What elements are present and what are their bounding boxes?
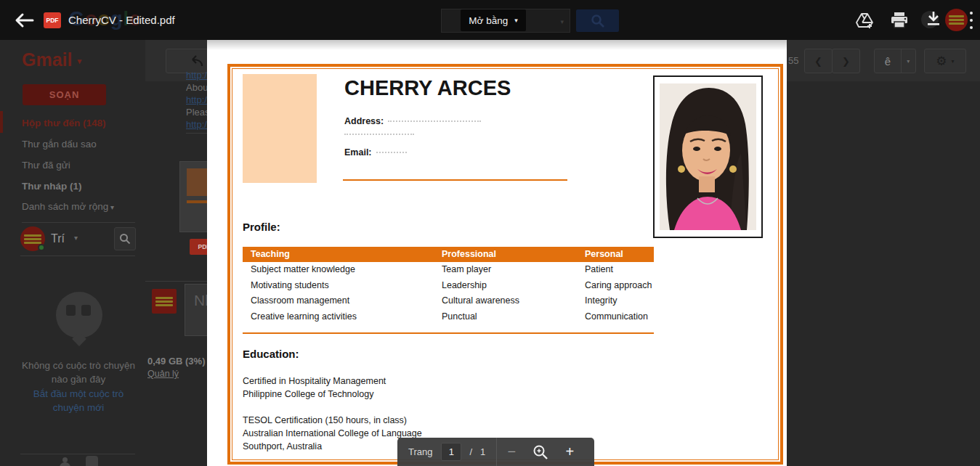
sidebar-item-more[interactable]: Danh sách mở rộng ▾ <box>22 201 142 212</box>
contacts-icon[interactable] <box>60 457 71 466</box>
cv-education-line: TESOL Certification (150 hours, in class… <box>243 414 422 427</box>
search-icon <box>119 233 131 245</box>
table-header: Teaching <box>243 247 434 262</box>
file-title: CherryCV - Edited.pdf <box>68 14 175 26</box>
chat-search-button[interactable] <box>114 227 136 250</box>
email-divider <box>186 133 207 134</box>
avatar[interactable] <box>945 9 968 31</box>
chevron-down-icon: ▾ <box>108 203 114 211</box>
zoom-in-button[interactable]: + <box>555 438 584 466</box>
sidebar-item-starred[interactable]: Thư gắn dấu sao <box>22 139 142 150</box>
email-link[interactable]: http:/ <box>186 70 207 81</box>
cv-education-heading: Education: <box>243 348 299 360</box>
table-cell: Patient <box>577 262 654 278</box>
cv-email-row: Email: <box>344 147 407 158</box>
avatar <box>152 289 177 314</box>
page-separator: / <box>469 446 472 457</box>
chat-divider <box>20 256 135 256</box>
compose-button[interactable]: SOẠN <box>23 84 106 105</box>
settings-button[interactable]: ⚙ ▾ <box>924 49 966 73</box>
cv-education-block1: Certified in Hospitality Management Phil… <box>243 375 386 401</box>
print-button[interactable] <box>890 11 909 30</box>
storage-usage: 0,49 GB (3%) tro <box>147 356 207 367</box>
more-options-button[interactable] <box>969 12 973 29</box>
download-icon <box>926 10 941 28</box>
cv-profile-heading: Profile: <box>243 221 280 233</box>
chevron-down-icon: ▾ <box>514 17 518 24</box>
back-arrow-icon <box>13 9 35 31</box>
chat-start-link[interactable]: Bắt đầu một cuộc trò <box>6 388 151 399</box>
table-cell: Creative learning activities <box>243 309 434 325</box>
redacted-text <box>388 120 481 122</box>
chevron-down-icon: ▾ <box>901 49 915 73</box>
sidebar-item-inbox[interactable]: Hộp thư đến (148) <box>22 118 142 128</box>
chat-empty-text: Không có cuộc trò chuyện <box>6 360 151 371</box>
redacted-text <box>344 134 414 135</box>
chat-empty-text: nào gần đây <box>6 374 151 385</box>
chevron-down-icon: ▾ <box>952 58 955 65</box>
table-header: Personal <box>577 247 654 262</box>
zoom-out-button[interactable]: − <box>497 438 526 466</box>
table-cell: Motivating students <box>243 278 434 294</box>
page-number-input[interactable]: 1 <box>441 443 461 461</box>
newer-button[interactable]: ❯ <box>832 49 860 73</box>
gear-icon: ⚙ <box>936 54 947 69</box>
storage-manage-link[interactable]: Quản lý <box>147 369 179 379</box>
zoom-magnifier-icon <box>532 444 548 460</box>
table-cell: Team player <box>434 262 577 278</box>
cv-peach-block <box>243 74 317 183</box>
presence-dot <box>38 244 45 251</box>
chevron-down-icon[interactable]: ▾ <box>74 234 78 242</box>
chevron-left-icon: ❮ <box>814 56 822 67</box>
email-text: Abou <box>186 82 207 93</box>
input-tools-button[interactable]: ê ▾ <box>874 49 916 73</box>
page-label: Trang <box>408 446 432 457</box>
table-cell: Leadership <box>434 278 577 294</box>
download-button[interactable] <box>924 9 943 28</box>
reply-divider <box>145 281 207 282</box>
gmail-logo: Gmail ▾ <box>22 49 81 70</box>
cv-address-row: Address: <box>344 116 481 126</box>
open-with-button[interactable]: Mở bằng▾ <box>461 9 526 31</box>
search-button-ghost[interactable] <box>576 9 619 32</box>
cv-education-line: Philippine College of Technology <box>243 388 386 401</box>
printer-icon <box>890 12 909 29</box>
cv-education-line: Australian International College of Lang… <box>243 427 422 440</box>
back-button[interactable] <box>13 9 35 31</box>
cv-profile-table: Teaching Professional Personal Subject m… <box>243 247 654 324</box>
chat-start-link[interactable]: chuyện mới <box>6 402 151 413</box>
viewer-page-toolbar: Trang 1 / 1 − + <box>397 438 594 466</box>
email-link[interactable]: http:/ <box>186 119 207 130</box>
zoom-button[interactable] <box>526 438 555 466</box>
table-cell: Cultural awareness <box>434 293 577 309</box>
table-cell: Punctual <box>434 309 577 325</box>
chevron-right-icon: ❯ <box>842 56 850 67</box>
result-count: 55 <box>788 55 798 66</box>
cv-section-divider <box>243 332 654 334</box>
cv-education-block2: TESOL Certification (150 hours, in class… <box>243 414 422 453</box>
email-text: Pleas <box>186 107 207 118</box>
email-link[interactable]: http:/ <box>186 94 207 105</box>
input-tools-label: ê <box>875 49 901 73</box>
table-header: Professional <box>434 247 577 262</box>
cv-contact-underline <box>343 179 567 181</box>
reply-icon <box>187 54 203 68</box>
phone-icon[interactable] <box>86 456 98 466</box>
sidebar-item-sent[interactable]: Thư đã gửi <box>22 160 142 171</box>
sidebar-item-drafts[interactable]: Thư nháp (1) <box>22 181 142 192</box>
table-cell: Classroom management <box>243 293 434 309</box>
viewer-topbar: Google PDF CherryCV - Edited.pdf ▾ Mở bằ… <box>0 0 980 40</box>
sidebar-divider <box>22 222 135 223</box>
chat-user-name[interactable]: Trí <box>51 232 65 245</box>
add-to-drive-button[interactable] <box>855 11 874 30</box>
older-button[interactable]: ❮ <box>804 49 833 73</box>
chevron-down-icon: ▾ <box>560 18 564 25</box>
chevron-down-icon: ▾ <box>77 57 81 65</box>
cv-education-line: Southport, Australia <box>243 440 422 453</box>
pdf-preview-page: CHERRY ARCES Address: Email: <box>207 40 787 466</box>
table-cell: Communication <box>577 309 654 325</box>
portrait-photo <box>660 83 756 230</box>
chat-footer-divider <box>20 454 135 454</box>
selected-label-marker <box>0 111 3 133</box>
cv-document: CHERRY ARCES Address: Email: <box>227 64 783 465</box>
